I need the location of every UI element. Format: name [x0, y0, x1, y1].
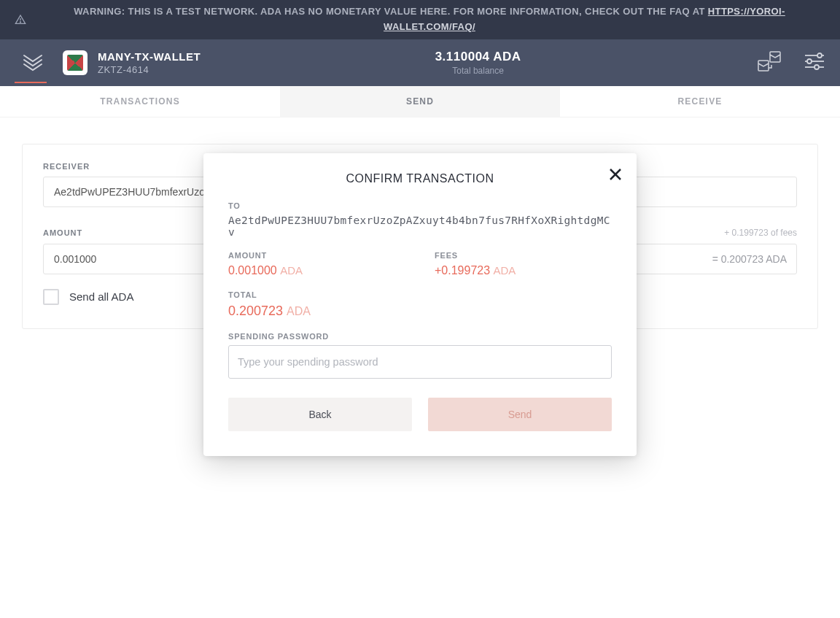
modal-title: CONFIRM TRANSACTION — [228, 172, 612, 185]
send-button[interactable]: Send — [428, 398, 612, 431]
close-icon — [609, 168, 622, 181]
modal-overlay: CONFIRM TRANSACTION TO Ae2tdPwUPEZ3HUU7b… — [0, 0, 840, 618]
modal-amount-label: AMOUNT — [228, 251, 405, 260]
modal-to-address: Ae2tdPwUPEZ3HUU7bmfexrUzoZpAZxuyt4b4bn7f… — [228, 215, 612, 238]
spending-password-input[interactable] — [228, 345, 612, 379]
modal-to-label: TO — [228, 201, 612, 210]
modal-fees-value: +0.199723 ADA — [435, 264, 612, 277]
modal-fees-label: FEES — [435, 251, 612, 260]
modal-total-value: 0.200723 ADA — [228, 304, 612, 319]
modal-total-label: TOTAL — [228, 290, 612, 299]
modal-close-button[interactable] — [609, 168, 622, 184]
modal-amount-value: 0.001000 ADA — [228, 264, 405, 277]
back-button[interactable]: Back — [228, 398, 412, 431]
spending-password-label: SPENDING PASSWORD — [228, 332, 612, 341]
confirm-transaction-modal: CONFIRM TRANSACTION TO Ae2tdPwUPEZ3HUU7b… — [203, 153, 637, 456]
